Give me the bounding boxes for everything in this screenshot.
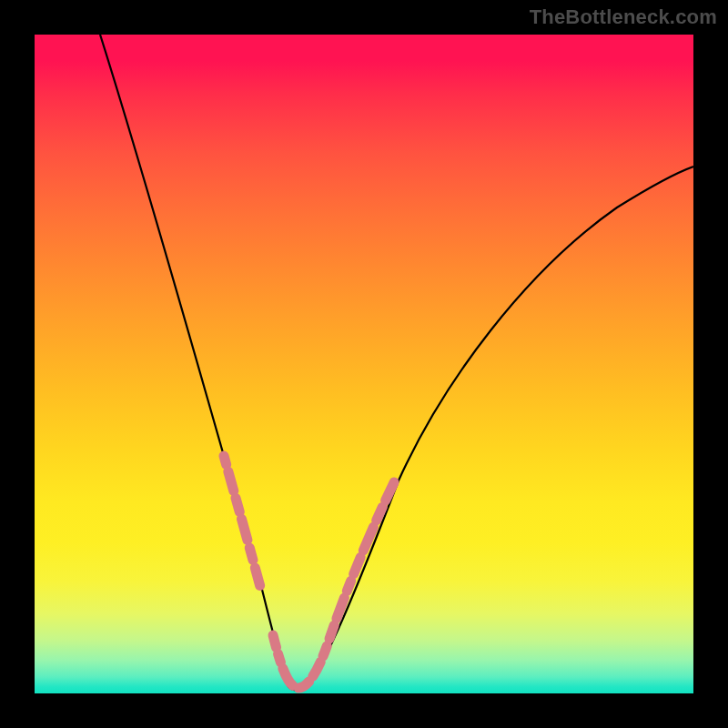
highlight-segment-left [224,456,273,635]
highlight-segment-bottom [273,635,329,688]
attribution-text: TheBottleneck.com [530,5,717,29]
highlight-segment-right [329,470,400,639]
plot-area [35,35,693,693]
chart-frame: TheBottleneck.com [0,0,728,728]
curve-layer [35,35,693,693]
bottleneck-curve [100,35,693,690]
